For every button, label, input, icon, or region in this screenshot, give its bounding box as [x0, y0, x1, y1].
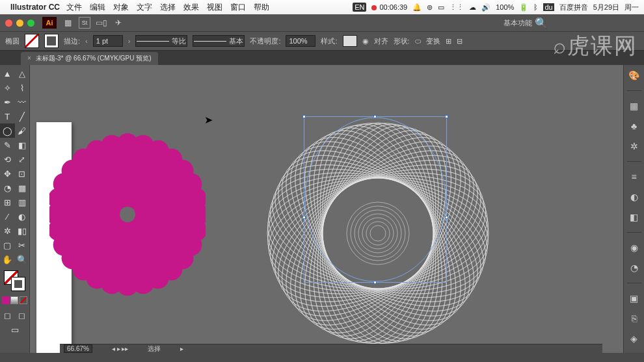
app-name[interactable]: Illustrator CC	[10, 3, 60, 12]
gradient-mode[interactable]	[10, 296, 18, 304]
stock-icon[interactable]: St	[79, 17, 90, 29]
hand-tool[interactable]: ✋	[0, 252, 15, 266]
shaper-tool[interactable]: ✎	[0, 138, 15, 152]
line-tool[interactable]: ╱	[15, 109, 30, 123]
style-swatch[interactable]	[343, 35, 357, 47]
zoom-button[interactable]	[27, 19, 34, 27]
transparency-panel-icon[interactable]: ◧	[628, 211, 641, 224]
artboard-tool[interactable]: ▢	[0, 238, 15, 252]
paintbrush-tool[interactable]: 🖌	[15, 123, 30, 138]
gradient-panel-icon[interactable]: ◐	[628, 190, 641, 203]
tab-close-icon[interactable]: ×	[27, 55, 31, 62]
menu-edit[interactable]: 编辑	[90, 2, 105, 13]
type-tool[interactable]: T	[0, 109, 15, 123]
opacity-input[interactable]	[286, 35, 315, 47]
stroke-panel-icon[interactable]: ≡	[628, 170, 641, 183]
rotate-tool[interactable]: ⟲	[0, 152, 15, 166]
status-lang[interactable]: EN	[353, 3, 366, 12]
align-key-icon[interactable]: ⊟	[457, 37, 463, 45]
appearance-panel-icon[interactable]: ◉	[628, 241, 641, 254]
canvas[interactable]: ➤ 66.67% ◂ ▸ ▸▸ 选择 ▸	[30, 65, 623, 353]
workspace-label[interactable]: 基本功能	[503, 18, 532, 28]
fill-swatch[interactable]	[25, 34, 39, 48]
free-transform-tool[interactable]: ⊡	[15, 166, 30, 181]
color-panel-icon[interactable]: 🎨	[628, 69, 641, 82]
swatches-panel-icon[interactable]: ▦	[628, 99, 641, 112]
recolor-icon[interactable]: ◉	[362, 37, 369, 45]
color-mode[interactable]	[2, 296, 10, 304]
scale-tool[interactable]: ⤢	[15, 152, 30, 166]
nav-arrows[interactable]: ◂ ▸ ▸▸	[112, 345, 129, 352]
shape-icon[interactable]: ⬭	[415, 37, 421, 45]
artboards-panel-icon[interactable]: ◈	[628, 332, 641, 345]
width-tool[interactable]: ✥	[0, 166, 15, 181]
status-arrow[interactable]: ▸	[180, 345, 183, 352]
zoom-level[interactable]: 66.67%	[64, 344, 92, 353]
lasso-tool[interactable]: ⌇	[15, 81, 30, 95]
proxy-stroke[interactable]	[11, 277, 25, 291]
ellipse-tool[interactable]: ◯	[0, 123, 15, 138]
menu-object[interactable]: 对象	[113, 2, 129, 13]
menu-help[interactable]: 帮助	[254, 2, 269, 13]
none-mode[interactable]	[20, 296, 27, 304]
magic-wand-tool[interactable]: ✧	[0, 81, 15, 95]
cc-icon[interactable]: ☁	[469, 3, 476, 12]
isolate-icon[interactable]: ⊞	[446, 37, 451, 45]
screen-mode[interactable]: ▭	[0, 322, 29, 337]
notification-icon[interactable]: 🔔	[412, 3, 422, 12]
menu-select[interactable]: 选择	[160, 2, 176, 13]
column-graph-tool[interactable]: ▮▯	[15, 224, 30, 238]
graphic-styles-panel-icon[interactable]: ◔	[628, 261, 641, 274]
menu-window[interactable]: 窗口	[230, 2, 246, 13]
variable-width-profile[interactable]: 等比	[135, 35, 187, 47]
symbol-sprayer-tool[interactable]: ✲	[0, 224, 15, 238]
direct-selection-tool[interactable]: △	[15, 66, 30, 81]
align-label[interactable]: 对齐	[374, 36, 388, 46]
curvature-tool[interactable]: 〰	[15, 95, 30, 109]
stroke-stepper-down[interactable]: ‹	[85, 37, 88, 45]
eyedropper-tool[interactable]: ⁄	[0, 209, 15, 224]
eraser-tool[interactable]: ◧	[15, 138, 30, 152]
symbols-panel-icon[interactable]: ✲	[628, 140, 641, 153]
zoom-tool[interactable]: 🔍	[15, 252, 30, 266]
close-button[interactable]	[5, 19, 12, 27]
shape-label[interactable]: 形状:	[394, 36, 410, 46]
arrange-icon[interactable]: ▭▯	[96, 17, 107, 29]
gpu-icon[interactable]: ✈	[113, 17, 124, 29]
menu-type[interactable]: 文字	[137, 2, 152, 13]
mesh-tool[interactable]: ⊞	[0, 195, 15, 209]
brushes-panel-icon[interactable]: ♣	[628, 120, 641, 133]
display-icon[interactable]: ▭	[438, 3, 444, 12]
doc-tab[interactable]: × 未标题-3* @ 66.67% (CMYK/GPU 预览)	[21, 52, 158, 65]
menu-file[interactable]: 文件	[66, 2, 82, 13]
sync-icon[interactable]: ⊚	[427, 3, 433, 12]
search-icon[interactable]: 🔍	[535, 17, 548, 29]
menu-effect[interactable]: 效果	[183, 2, 199, 13]
draw-behind[interactable]: ◻	[15, 308, 30, 322]
status-ime[interactable]: 百度拼音	[559, 3, 588, 12]
layers-panel-icon[interactable]: ▣	[628, 292, 641, 305]
stroke-stepper-up[interactable]: ›	[128, 37, 131, 45]
minimize-button[interactable]	[16, 19, 23, 27]
bluetooth-icon[interactable]: ᛒ	[533, 3, 538, 11]
brush-definition[interactable]: 基本	[193, 35, 245, 47]
blend-tool[interactable]: ◐	[15, 209, 30, 224]
status-tool: 选择	[148, 344, 161, 354]
wifi-icon[interactable]: ⋮⋮	[449, 3, 464, 12]
shape-builder-tool[interactable]: ◔	[0, 181, 15, 195]
du-icon[interactable]: du	[543, 3, 554, 11]
pen-tool[interactable]: ✒	[0, 95, 15, 109]
stroke-swatch[interactable]	[44, 34, 59, 48]
perspective-grid-tool[interactable]: ▦	[15, 181, 30, 195]
menu-view[interactable]: 视图	[207, 2, 222, 13]
draw-normal[interactable]: ◻	[0, 308, 15, 322]
libraries-panel-icon[interactable]: ⎘	[628, 312, 641, 325]
transform-label[interactable]: 变换	[426, 36, 440, 46]
bridge-icon[interactable]: ▦	[62, 17, 74, 29]
gradient-tool[interactable]: ▥	[15, 195, 30, 209]
fill-stroke-proxy[interactable]	[3, 269, 27, 292]
stroke-weight-input[interactable]	[93, 35, 123, 47]
volume-icon[interactable]: 🔊	[481, 3, 490, 12]
slice-tool[interactable]: ✂	[15, 238, 30, 252]
selection-tool[interactable]: ▲	[0, 66, 15, 81]
